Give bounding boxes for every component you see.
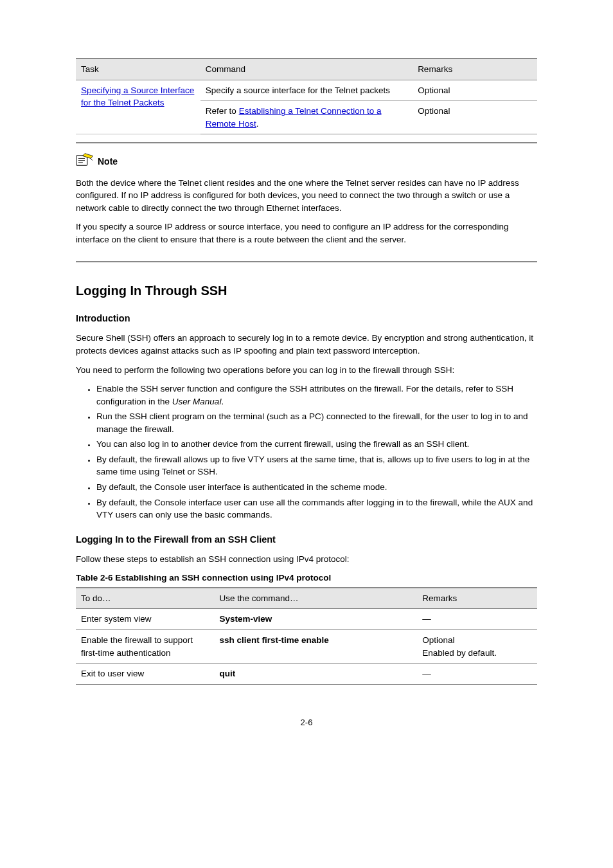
- note-box: Note Both the device where the Telnet cl…: [76, 142, 537, 262]
- bullet-0-em: User Manual: [172, 397, 222, 406]
- cell-remarks-2: Optional: [413, 101, 537, 134]
- table-row: Enter system view System-view —: [76, 609, 537, 630]
- cell: ssh client first-time enable: [214, 629, 417, 663]
- cell: System-view: [214, 609, 417, 630]
- cell-cmd-2-prefix: Refer to: [206, 106, 239, 116]
- cell: Enter system view: [76, 609, 214, 630]
- note-icon: [76, 152, 94, 170]
- list-item: You can also log in to another device fr…: [96, 438, 537, 451]
- table-caption: Table 2-6 Establishing an SSH connection…: [76, 572, 537, 584]
- cfg-title: Logging In to the Firewall from an SSH C…: [76, 533, 537, 547]
- cell: —: [417, 664, 537, 685]
- th-todo: To do…: [76, 588, 214, 609]
- list-item: By default, the firewall allows up to fi…: [96, 453, 537, 478]
- th-task: Task: [76, 59, 200, 80]
- table-row: Enable the firewall to support first-tim…: [76, 629, 537, 663]
- ssh-steps-table: To do… Use the command… Remarks Enter sy…: [76, 587, 537, 685]
- th-remarks2: Remarks: [417, 588, 537, 609]
- note-label: Note: [98, 155, 118, 168]
- note-line-2: If you specify a source IP address or so…: [76, 221, 537, 246]
- cell-task-link: Specifying a Source Interface for the Te…: [76, 80, 200, 134]
- intro-body: Secure Shell (SSH) offers an approach to…: [76, 332, 537, 357]
- bullet-0-a: Enable the SSH server function and confi…: [96, 384, 513, 406]
- cell-cmd-2-suffix: .: [256, 119, 259, 129]
- bullet-0-b: .: [221, 397, 224, 406]
- list-item: Enable the SSH server function and confi…: [96, 383, 537, 408]
- th-usecmd: Use the command…: [214, 588, 417, 609]
- intro-title: Introduction: [76, 312, 537, 325]
- cell: Exit to user view: [76, 664, 214, 685]
- setup-intro: You need to perform the following two op…: [76, 364, 537, 377]
- config-table: Task Command Remarks Specifying a Source…: [76, 58, 537, 134]
- link-source-interface[interactable]: Specifying a Source Interface for the Te…: [81, 86, 194, 108]
- section-heading: Logging In Through SSH: [76, 282, 537, 300]
- list-item: By default, the Console user interface i…: [96, 481, 537, 494]
- th-remarks: Remarks: [413, 59, 537, 80]
- table-row: Exit to user view quit —: [76, 664, 537, 685]
- note-line-1: Both the device where the Telnet client …: [76, 177, 537, 215]
- page-number: 2-6: [76, 717, 537, 729]
- cell: Enable the firewall to support first-tim…: [76, 629, 214, 663]
- list-item: Run the SSH client program on the termin…: [96, 410, 537, 435]
- cell: —: [417, 609, 537, 630]
- th-command: Command: [200, 59, 413, 80]
- cell: Optional Enabled by default.: [417, 629, 537, 663]
- cell: quit: [214, 664, 417, 685]
- bullet-list: Enable the SSH server function and confi…: [76, 383, 537, 521]
- list-item: By default, the Console interface user c…: [96, 496, 537, 521]
- cell-cmd-1: Specify a source interface for the Telne…: [200, 80, 413, 101]
- cell-remarks-1: Optional: [413, 80, 537, 101]
- cfg-p1: Follow these steps to establish an SSH c…: [76, 553, 537, 566]
- cell-cmd-2: Refer to Establishing a Telnet Connectio…: [200, 101, 413, 134]
